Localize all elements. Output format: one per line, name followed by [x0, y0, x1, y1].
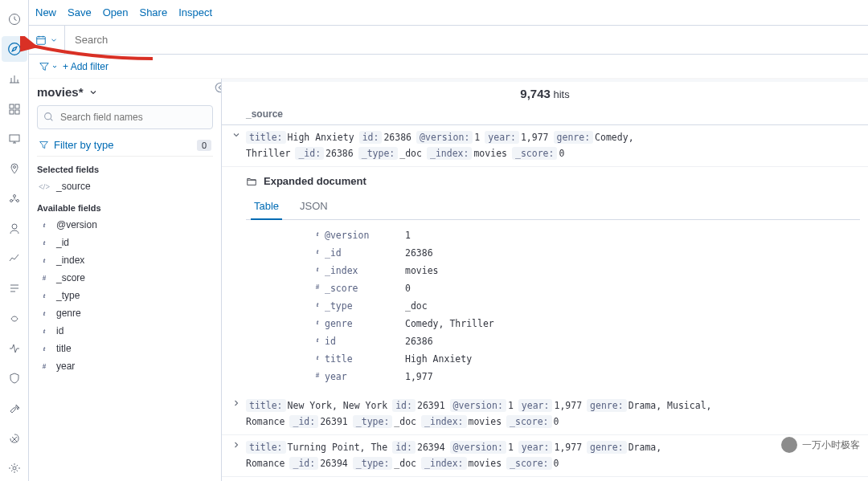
- inspect-link[interactable]: Inspect: [178, 6, 212, 18]
- field-label: _index:: [421, 415, 466, 428]
- field-search-input[interactable]: [37, 105, 213, 129]
- share-link[interactable]: Share: [139, 6, 167, 18]
- kv-key: @version: [325, 230, 405, 241]
- nav-recents-icon[interactable]: [2, 6, 27, 31]
- nav-logs-icon[interactable]: [2, 276, 27, 301]
- field-label: title:: [246, 131, 286, 144]
- tab-json[interactable]: JSON: [297, 194, 331, 219]
- hits-label: hits: [553, 88, 569, 100]
- kv-key: genre: [325, 318, 405, 329]
- field-label: genre:: [587, 399, 627, 412]
- expanded-document-label: Expanded document: [264, 175, 366, 187]
- svg-rect-4: [10, 110, 14, 114]
- nav-siem-icon[interactable]: [2, 366, 27, 391]
- field-label: year:: [485, 131, 519, 144]
- expand-toggle[interactable]: [231, 440, 246, 452]
- collapse-sidebar-button[interactable]: [215, 82, 222, 95]
- nav-users-icon[interactable]: [2, 216, 27, 241]
- svg-rect-6: [10, 135, 19, 141]
- nav-monitoring-icon[interactable]: [2, 426, 27, 450]
- available-field-item[interactable]: _score: [37, 269, 213, 287]
- hits-number: 9,743: [520, 87, 551, 100]
- nav-visualize-icon[interactable]: [2, 67, 27, 92]
- field-value: 1,977: [554, 400, 582, 411]
- field-label: _type:: [358, 147, 399, 160]
- available-field-item[interactable]: tid: [37, 322, 213, 340]
- text-type-icon: t: [39, 309, 50, 317]
- field-value: High Anxiety: [288, 132, 354, 143]
- new-link[interactable]: New: [35, 6, 56, 18]
- tab-table[interactable]: Table: [251, 194, 282, 220]
- save-link[interactable]: Save: [68, 6, 92, 18]
- available-field-item[interactable]: year: [37, 357, 213, 375]
- available-fields-header: Available fields: [37, 203, 213, 213]
- kv-value: Comedy, Thriller: [405, 318, 860, 329]
- filter-by-type-label: Filter by type: [54, 139, 113, 151]
- field-name: id: [56, 325, 63, 336]
- hits-bar: 9,743 hits: [222, 82, 868, 105]
- fields-sidebar: movies* Filter by type 0 Selected fields…: [29, 79, 222, 481]
- nav-dev-tools-icon[interactable]: [2, 396, 27, 421]
- kv-row: _score0: [246, 279, 860, 297]
- svg-point-7: [13, 166, 15, 169]
- nav-discover-icon[interactable]: [2, 36, 27, 61]
- search-input[interactable]: [65, 26, 868, 54]
- text-type-icon: t: [39, 221, 50, 229]
- nav-apm-icon[interactable]: [2, 306, 27, 331]
- index-pattern-selector[interactable]: movies*: [37, 82, 213, 105]
- nav-metrics-icon[interactable]: [2, 247, 27, 271]
- chevron-down-icon: [51, 63, 58, 70]
- svg-point-11: [12, 224, 17, 229]
- datepicker-button[interactable]: [29, 26, 65, 54]
- field-value: 1: [508, 400, 514, 411]
- kv-key: year: [325, 371, 405, 382]
- nav-canvas-icon[interactable]: [2, 126, 27, 151]
- field-name: _type: [56, 290, 80, 301]
- field-label: _id:: [295, 147, 324, 160]
- field-value: 26386: [326, 148, 354, 159]
- filterbar: + Add filter: [29, 55, 868, 79]
- expand-toggle[interactable]: [231, 398, 246, 410]
- expand-toggle[interactable]: [231, 130, 246, 142]
- field-name: year: [56, 361, 75, 372]
- kv-key: id: [325, 336, 405, 347]
- text-type-icon: t: [310, 353, 325, 365]
- filter-by-type-button[interactable]: Filter by type 0: [37, 134, 213, 157]
- field-label: title:: [246, 399, 286, 412]
- available-field-item[interactable]: tgenre: [37, 304, 213, 322]
- field-label: _score:: [506, 457, 551, 470]
- field-name: _source: [56, 181, 91, 192]
- kv-value: 26386: [405, 336, 860, 347]
- available-field-item[interactable]: t_id: [37, 234, 213, 251]
- field-value: Turning Point, The: [288, 442, 388, 453]
- nav-management-icon[interactable]: [2, 456, 27, 481]
- nav-dashboard-icon[interactable]: [2, 96, 27, 121]
- nav-uptime-icon[interactable]: [2, 336, 27, 361]
- text-type-icon: t: [310, 336, 325, 347]
- field-label: _index:: [421, 457, 466, 470]
- available-field-item[interactable]: t_index: [37, 251, 213, 269]
- doc-tabs: Table JSON: [246, 194, 860, 220]
- field-value: _doc: [394, 458, 416, 469]
- svg-point-15: [45, 113, 51, 120]
- querybar: [29, 26, 868, 55]
- selected-field-item[interactable]: </>_source: [37, 177, 213, 195]
- svg-rect-3: [15, 104, 19, 108]
- field-label: title:: [246, 441, 286, 454]
- nav-ml-icon[interactable]: [2, 186, 27, 211]
- filter-menu-button[interactable]: [39, 61, 58, 72]
- available-field-item[interactable]: ttitle: [37, 340, 213, 357]
- available-field-item[interactable]: t_type: [37, 287, 213, 304]
- doc-row: title:New York, New Yorkid:26391@version…: [222, 393, 868, 435]
- expanded-document: Expanded document Table JSON t@version1t…: [222, 167, 868, 393]
- field-label: _type:: [353, 415, 393, 428]
- open-link[interactable]: Open: [103, 6, 129, 18]
- field-value: New York, New York: [288, 400, 388, 411]
- number-type-icon: [39, 362, 50, 370]
- available-field-item[interactable]: t@version: [37, 216, 213, 234]
- field-label: _score:: [506, 415, 551, 428]
- add-filter-button[interactable]: + Add filter: [63, 61, 108, 72]
- nav-maps-icon[interactable]: [2, 157, 27, 181]
- calendar-icon: [35, 35, 47, 46]
- field-label: _id:: [289, 457, 318, 470]
